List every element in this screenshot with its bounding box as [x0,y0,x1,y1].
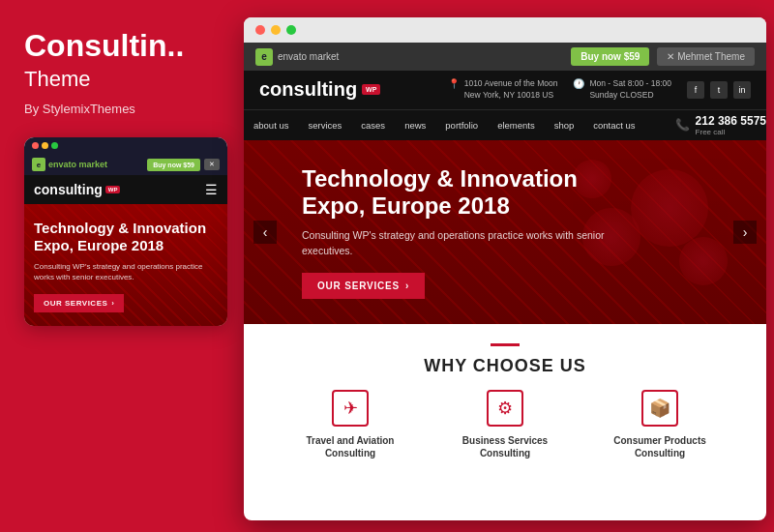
mobile-buy-btn[interactable]: Buy now $59 [147,159,200,171]
nav-news[interactable]: news [395,110,435,140]
mobile-site-logo: consulting WP [34,182,120,197]
mobile-close-btn[interactable]: ✕ [204,159,220,170]
hero-description: Consulting WP's strategy and operations … [302,228,631,259]
mobile-mockup: e envato market Buy now $59 ✕ consulting… [24,137,227,326]
site-wp-badge: WP [362,84,380,95]
header-social-icons: f t in [687,81,751,99]
preview-theme-button[interactable]: ✕ Mehmet Theme [657,47,755,66]
why-card-business: ⚙ Business Services Consulting [437,390,573,459]
mobile-wp-badge: WP [105,186,121,193]
hero-prev-icon: ‹ [263,224,268,240]
hero-cta-button[interactable]: OUR SERVICES › [302,273,425,299]
why-title: WHY CHOOSE US [259,356,751,376]
theme-subtitle: Theme [24,67,216,92]
travel-icon: ✈ [332,390,369,427]
buy-now-button[interactable]: Buy now $59 [571,47,649,66]
instagram-icon[interactable]: in [733,81,751,99]
header-contact-info: 📍 1010 Avenue of the Moon New York, NY 1… [448,78,751,102]
phone-label: Free call [696,128,766,136]
mobile-dot-green [51,142,58,149]
browser-top-bar [244,17,766,43]
phone-number: 212 386 5575 [696,114,766,128]
travel-card-title: Travel and Aviation Consulting [283,434,418,459]
hero-title: Technology & Innovation Expo, Europe 201… [302,165,631,219]
address-line1: 1010 Avenue of the Moon [464,78,558,90]
nav-services[interactable]: services [298,110,351,140]
mobile-window-dots [32,142,58,149]
mobile-cta-arrow: › [111,299,114,308]
hero-next-icon: › [743,224,748,240]
business-card-title: Business Services Consulting [437,434,573,459]
envato-market-bar: e envato market Buy now $59 ✕ Mehmet The… [244,43,766,71]
mobile-dot-red [32,142,39,149]
mobile-envato-text: envato market [48,160,107,169]
site-logo-text: consulting [259,78,357,101]
mobile-top-bar [24,137,227,154]
theme-title: Consultin.. [24,29,216,63]
nav-phone: 📞 212 386 5575 Free call [675,114,766,136]
hero-circle-1 [631,169,708,247]
browser-dot-green[interactable] [286,25,296,35]
theme-author: By StylemixThemes [24,102,216,116]
address-line2: New York, NY 10018 US [464,90,558,102]
envato-market-logo: e envato market [255,48,339,66]
site-header-top: consulting WP 📍 1010 Avenue of the Moon … [259,71,751,109]
address-icon: 📍 [448,78,460,89]
nav-cases[interactable]: cases [351,110,395,140]
mobile-hamburger-icon[interactable]: ☰ [205,182,218,197]
why-divider [491,343,520,346]
hero-next-arrow[interactable]: › [733,221,757,244]
nav-elements[interactable]: elements [488,110,545,140]
hero-cta-text: OUR SERVICES [317,281,400,291]
browser-window: e envato market Buy now $59 ✕ Mehmet The… [244,17,766,520]
left-panel: Consultin.. Theme By StylemixThemes e en… [0,0,240,532]
nav-portfolio[interactable]: portfolio [435,110,488,140]
envato-market-text: envato market [278,51,339,62]
nav-about-us[interactable]: about us [244,110,298,140]
mobile-logo-text: consulting [34,182,103,197]
mobile-envato-bar: e envato market Buy now $59 ✕ [24,154,227,175]
why-card-travel: ✈ Travel and Aviation Consulting [283,390,418,459]
nav-contact-us[interactable]: contact us [583,110,644,140]
hero-prev-arrow[interactable]: ‹ [253,221,277,244]
mobile-hero-desc: Consulting WP's strategy and operations … [34,262,218,282]
hero-content: Technology & Innovation Expo, Europe 201… [302,165,631,299]
consumer-icon: 📦 [641,390,678,427]
hours-line2: Sunday CLOSED [589,90,671,102]
envato-market-icon: e [255,48,273,66]
mobile-hero-title: Technology & Innovation Expo, Europe 201… [34,220,218,254]
browser-dot-yellow[interactable] [271,25,281,35]
mobile-hero: Technology & Innovation Expo, Europe 201… [24,204,227,326]
envato-market-actions: Buy now $59 ✕ Mehmet Theme [571,47,755,66]
hours-icon: 🕐 [573,78,584,89]
nav-shop[interactable]: shop [545,110,584,140]
site-header: consulting WP 📍 1010 Avenue of the Moon … [244,71,766,109]
site-logo: consulting WP [259,78,380,101]
business-icon: ⚙ [487,390,523,427]
consumer-card-title: Consumer Products Consulting [592,434,728,459]
site-nav: about us services cases news portfolio e… [244,109,766,140]
hours-line1: Mon - Sat 8:00 - 18:00 [589,78,671,90]
mobile-envato-logo: e envato market [32,158,107,171]
header-address: 📍 1010 Avenue of the Moon New York, NY 1… [448,78,558,102]
mobile-dot-yellow [42,142,48,149]
nav-items: about us services cases news portfolio e… [244,110,645,140]
site-hero: ‹ › Technology & Innovation Expo, Europe… [244,140,766,324]
twitter-icon[interactable]: t [710,81,728,99]
hero-circle-3 [679,237,728,285]
why-card-consumer: 📦 Consumer Products Consulting [592,390,728,459]
mobile-site-header: consulting WP ☰ [24,175,227,204]
facebook-icon[interactable]: f [687,81,704,99]
browser-dot-red[interactable] [255,25,265,35]
mobile-envato-icon: e [32,158,45,171]
hero-cta-arrow: › [405,281,409,291]
phone-icon: 📞 [675,118,690,132]
why-choose-us-section: WHY CHOOSE US ✈ Travel and Aviation Cons… [244,324,766,473]
why-cards: ✈ Travel and Aviation Consulting ⚙ Busin… [259,390,751,459]
header-hours: 🕐 Mon - Sat 8:00 - 18:00 Sunday CLOSED [573,78,671,102]
mobile-cta-text: OUR SERVICES [44,299,107,308]
mobile-cta-button[interactable]: OUR SERVICES › [34,294,124,312]
